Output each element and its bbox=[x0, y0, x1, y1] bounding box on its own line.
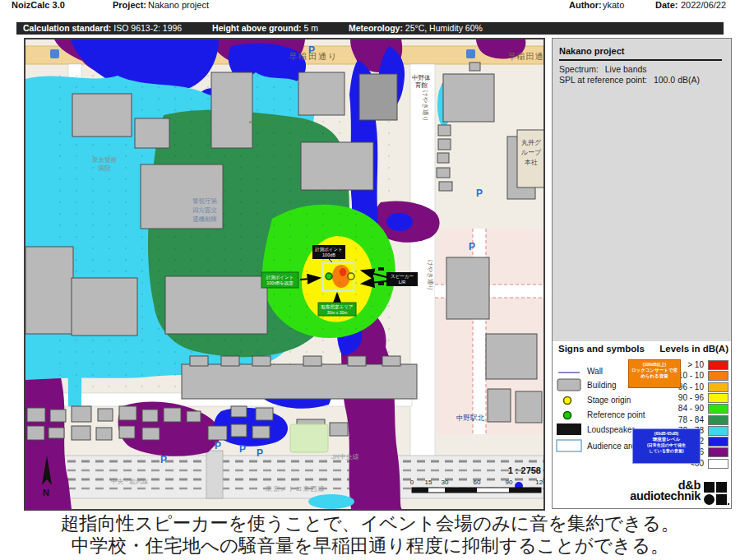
svg-text:早稲田通り: 早稲田通り bbox=[507, 52, 543, 61]
levels-title: Levels in dB(A) bbox=[659, 344, 728, 354]
level-label: 90 - 96 bbox=[678, 393, 704, 402]
reference-point-icon bbox=[556, 409, 582, 422]
svg-text:0: 0 bbox=[410, 479, 414, 486]
db-logo-mark bbox=[704, 482, 728, 506]
level-swatch bbox=[708, 371, 728, 381]
height-value: 5 m bbox=[304, 23, 319, 33]
note-line: 環境音レベル bbox=[633, 437, 700, 442]
level-label: 96 - 10 bbox=[678, 382, 704, 391]
svg-text:けやき通り: けやき通り bbox=[422, 90, 429, 122]
svg-text:P: P bbox=[257, 447, 263, 459]
stage-origin-mark bbox=[348, 273, 354, 280]
spectrum-label: Spectrum: bbox=[559, 64, 599, 74]
level-label: 84 - 90 bbox=[678, 404, 704, 413]
svg-text:100dBを設定: 100dBを設定 bbox=[266, 280, 294, 286]
report-header: NoizCalc 3.0 Project: Nakano project Aut… bbox=[0, 0, 740, 15]
rock-concert-note: (100dB以上) ロックコンサートで求 められる音量 bbox=[628, 359, 681, 388]
level-swatch bbox=[708, 360, 728, 370]
svg-text:120: 120 bbox=[535, 479, 543, 486]
title-underline bbox=[559, 59, 722, 61]
svg-text:けやき通り: けやき通り bbox=[427, 260, 434, 291]
svg-text:P: P bbox=[239, 443, 246, 455]
svg-text:P: P bbox=[215, 440, 221, 451]
measure-point-callout: 計測ポイント 100dB bbox=[312, 245, 345, 259]
height-label: Height above ground: bbox=[212, 23, 302, 33]
svg-text:P: P bbox=[469, 241, 475, 252]
project-info-title: Nakano project bbox=[559, 46, 624, 56]
svg-text:P: P bbox=[160, 454, 167, 465]
svg-text:100dB: 100dB bbox=[322, 252, 335, 257]
loudspeaker-label: Loudspeaker bbox=[587, 425, 635, 434]
svg-text:90: 90 bbox=[506, 479, 513, 486]
svg-text:30: 30 bbox=[442, 479, 449, 486]
svg-text:P: P bbox=[308, 44, 315, 56]
svg-text:東京警察: 東京警察 bbox=[92, 156, 118, 164]
svg-text:L/R: L/R bbox=[399, 280, 406, 285]
loudspeaker-icon bbox=[556, 422, 582, 435]
svg-text:スピーカー: スピーカー bbox=[391, 274, 414, 279]
level-swatch bbox=[708, 415, 728, 425]
loudspeaker-mark bbox=[378, 267, 384, 271]
app-title: NoizCalc 3.0 bbox=[12, 0, 65, 10]
level-swatch bbox=[708, 437, 728, 447]
svg-text:中野中学: 中野中学 bbox=[249, 119, 275, 127]
date-label: Date: bbox=[655, 0, 678, 10]
park bbox=[290, 424, 328, 452]
note-line: している音の音量) bbox=[633, 448, 700, 454]
project-value: Nakano project bbox=[148, 0, 209, 10]
wall-label: Wall bbox=[587, 367, 603, 376]
svg-text:中野駅北: 中野駅北 bbox=[456, 414, 485, 422]
level-row: 78 - 84 bbox=[654, 415, 728, 426]
level-label: 78 - 84 bbox=[678, 415, 704, 424]
svg-text:1 : 2758: 1 : 2758 bbox=[508, 465, 541, 475]
date-value: 2022/06/22 bbox=[681, 0, 726, 10]
svg-text:通機動隊: 通機動隊 bbox=[192, 215, 218, 223]
level-swatch bbox=[708, 447, 728, 457]
svg-text:本社: 本社 bbox=[524, 159, 538, 166]
svg-text:中央・総武線: 中央・総武線 bbox=[111, 478, 149, 485]
svg-text:計測ポイント: 計測ポイント bbox=[266, 275, 294, 280]
ambient-level-note: (60dB-65dB) 環境音レベル (日常生活の中で発生 している音の音量) bbox=[632, 428, 701, 464]
svg-text:病院: 病院 bbox=[99, 164, 112, 172]
spl-label: SPL at reference point: bbox=[559, 75, 647, 85]
svg-text:P: P bbox=[476, 187, 483, 199]
level-row: 84 - 90 bbox=[654, 404, 728, 414]
building-label: Building bbox=[587, 381, 617, 390]
caption: 超指向性スピーカーを使うことで、イベント会場のみに音を集約できる。 中学校・住宅… bbox=[0, 512, 740, 557]
level-swatch bbox=[708, 393, 728, 403]
meteorology-value: 25°C, Humidity 60% bbox=[405, 23, 483, 33]
svg-text:ループ: ループ bbox=[521, 149, 542, 156]
note-line: められる音量 bbox=[629, 373, 680, 379]
note-line: (100dB以上) bbox=[629, 362, 680, 368]
audience-area-icon bbox=[556, 438, 582, 451]
meteorology-label: Meteorology: bbox=[349, 23, 403, 33]
wall-icon bbox=[556, 365, 582, 378]
svg-text:東京メトロ東西線: 東京メトロ東西線 bbox=[266, 485, 326, 493]
svg-text:15: 15 bbox=[425, 479, 432, 486]
noise-map: 早稲田通り 早稲田通り 中野体 育館 丸井グ ループ 本社 けやき通り けやき通… bbox=[24, 38, 545, 511]
level-label: 10 - 10 bbox=[678, 371, 704, 380]
speaker-callout: スピーカー L/R bbox=[386, 272, 418, 286]
calc-standard-label: Calculation standard: bbox=[23, 23, 111, 33]
note-line: (日常生活の中で発生 bbox=[633, 442, 700, 448]
svg-text:JR中央線: JR中央線 bbox=[331, 453, 359, 460]
reference-point-mark bbox=[326, 273, 332, 280]
note-line: ロックコンサートで求 bbox=[629, 368, 680, 373]
svg-text:丸井グ: 丸井グ bbox=[521, 139, 542, 146]
info-legend-panel: Nakano project Spectrum: Live bands SPL … bbox=[552, 38, 732, 509]
signs-symbols-title: Signs and symbols bbox=[558, 344, 645, 354]
level-swatch bbox=[708, 459, 728, 469]
author-value: ykato bbox=[603, 0, 624, 10]
caption-line2: 中学校・住宅地への騒音量を早稲田通り程度に抑制することができる。 bbox=[0, 535, 740, 557]
svg-text:30m x 30m: 30m x 30m bbox=[327, 310, 348, 315]
measure-set-callout: 計測ポイント 100dBを設定 bbox=[261, 272, 298, 288]
db-audiotechnik-logo: d&b audiotechnik bbox=[630, 480, 701, 502]
svg-text:60: 60 bbox=[474, 479, 481, 486]
svg-text:計測ポイント: 計測ポイント bbox=[315, 247, 343, 252]
spectrum-value: Live bands bbox=[605, 64, 647, 74]
level-swatch bbox=[708, 382, 728, 392]
calc-standard-value: ISO 9613-2: 1996 bbox=[113, 23, 182, 33]
level-swatch bbox=[708, 426, 728, 436]
level-row: 90 - 96 bbox=[654, 393, 728, 404]
level-swatch bbox=[708, 404, 728, 414]
